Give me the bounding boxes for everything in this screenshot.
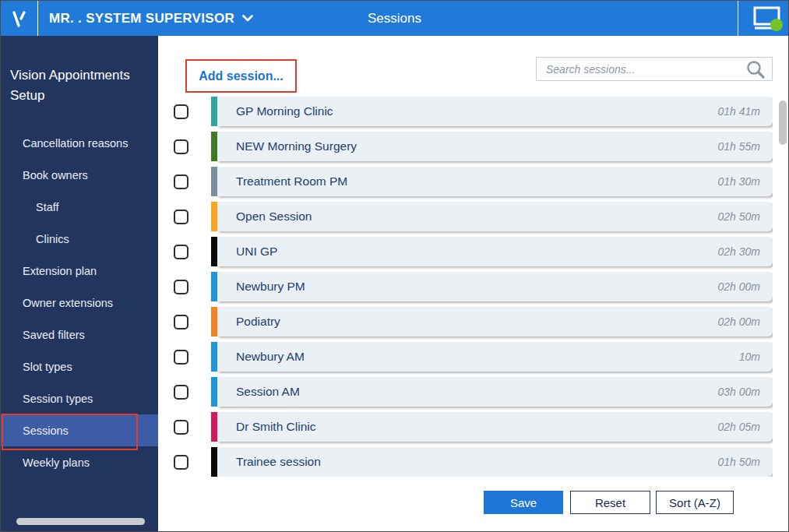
- header-divider: [37, 1, 38, 36]
- sidebar-item-staff[interactable]: Staff: [1, 191, 158, 223]
- session-row-body[interactable]: Treatment Room PM 01h 30m: [217, 167, 773, 196]
- sidebar-item-sessions[interactable]: Sessions: [1, 414, 158, 446]
- sidebar-horizontal-scrollbar[interactable]: [16, 518, 145, 525]
- session-duration: 02h 50m: [718, 210, 760, 223]
- session-row-body[interactable]: Newbury PM 02h 00m: [217, 272, 773, 301]
- session-row-body[interactable]: Trainee session 01h 50m: [217, 447, 773, 477]
- search-icon[interactable]: [745, 59, 766, 79]
- session-row: Open Session 02h 50m: [174, 202, 773, 231]
- user-menu-dropdown[interactable]: MR. . SYSTEM SUPERVISOR: [49, 11, 253, 26]
- page-title: Sessions: [368, 11, 421, 26]
- sidebar-item-label: Clinics: [36, 233, 69, 245]
- sidebar-item-session-types[interactable]: Session types: [1, 382, 158, 414]
- session-row-body[interactable]: UNI GP 02h 30m: [217, 237, 773, 266]
- session-duration: 02h 00m: [718, 280, 760, 293]
- session-duration: 01h 55m: [718, 140, 760, 153]
- sidebar-item-extension-plan[interactable]: Extension plan: [1, 255, 158, 287]
- sidebar-item-label: Session types: [23, 393, 93, 405]
- session-row: Newbury PM 02h 00m: [174, 272, 773, 301]
- sidebar-item-cancellation-reasons[interactable]: Cancellation reasons: [1, 127, 158, 159]
- header-divider: [738, 1, 738, 36]
- session-color-bar: [211, 202, 217, 231]
- session-name: Newbury PM: [236, 280, 305, 294]
- session-checkbox[interactable]: [174, 280, 188, 294]
- sidebar-item-label: Book owners: [23, 169, 88, 181]
- session-duration: 10m: [739, 351, 760, 363]
- save-button[interactable]: Save: [484, 491, 563, 514]
- session-color-bar: [211, 97, 217, 126]
- session-row-body[interactable]: Newbury AM 10m: [217, 342, 773, 372]
- session-checkbox[interactable]: [174, 315, 188, 329]
- session-row: NEW Morning Surgery 01h 55m: [174, 132, 773, 161]
- session-row: Trainee session 01h 50m: [174, 447, 773, 477]
- session-row: GP Morning Clinic 01h 41m: [174, 97, 773, 126]
- session-checkbox[interactable]: [174, 210, 188, 224]
- session-name: Treatment Room PM: [236, 174, 347, 188]
- session-duration: 01h 30m: [718, 175, 760, 188]
- sidebar-item-label: Weekly plans: [23, 456, 90, 469]
- sidebar-item-label: Sessions: [23, 425, 69, 437]
- session-checkbox[interactable]: [174, 385, 188, 400]
- session-color-bar: [211, 307, 217, 336]
- session-name: NEW Morning Surgery: [236, 139, 357, 153]
- sidebar-item-book-owners[interactable]: Book owners: [1, 159, 158, 191]
- session-color-bar: [211, 447, 217, 477]
- session-row: Dr Smith Clinic 02h 05m: [174, 412, 773, 442]
- sidebar-item-owner-extensions[interactable]: Owner extensions: [1, 287, 158, 319]
- sidebar-item-slot-types[interactable]: Slot types: [1, 351, 158, 382]
- session-name: Newbury AM: [236, 350, 305, 364]
- sidebar-item-label: Cancellation reasons: [23, 137, 128, 150]
- sidebar-item-label: Slot types: [23, 361, 72, 373]
- session-checkbox[interactable]: [174, 139, 188, 154]
- vision-v-icon: [8, 7, 31, 30]
- session-color-bar: [211, 237, 217, 266]
- search-input[interactable]: [537, 58, 745, 80]
- session-name: UNI GP: [236, 245, 277, 259]
- sidebar-item-saved-filters[interactable]: Saved filters: [1, 319, 158, 351]
- app-window: MR. . SYSTEM SUPERVISOR Sessions Vision …: [0, 0, 789, 532]
- session-row: Podiatry 02h 00m: [174, 307, 773, 336]
- sidebar-item-label: Owner extensions: [23, 297, 113, 309]
- chevron-down-icon: [242, 15, 253, 22]
- session-row: UNI GP 02h 30m: [174, 237, 773, 266]
- session-row-body[interactable]: Podiatry 02h 00m: [217, 307, 773, 336]
- session-row-body[interactable]: NEW Morning Surgery 01h 55m: [217, 132, 773, 161]
- session-checkbox[interactable]: [174, 420, 188, 435]
- sidebar-item-weekly-plans[interactable]: Weekly plans: [1, 446, 158, 478]
- session-checkbox[interactable]: [174, 174, 188, 189]
- session-row-body[interactable]: Open Session 02h 50m: [217, 202, 773, 231]
- monitor-online-icon: [752, 5, 784, 32]
- user-menu-label: MR. . SYSTEM SUPERVISOR: [49, 11, 234, 26]
- sidebar-menu: Cancellation reasons Book owners Staff C…: [1, 127, 158, 478]
- session-duration: 03h 00m: [718, 386, 760, 398]
- session-checkbox[interactable]: [174, 455, 188, 470]
- sidebar-item-label: Saved filters: [23, 329, 85, 341]
- session-checkbox[interactable]: [174, 350, 188, 365]
- sidebar-item-label: Staff: [36, 201, 59, 213]
- session-color-bar: [211, 342, 217, 372]
- session-row-body[interactable]: Dr Smith Clinic 02h 05m: [217, 412, 773, 442]
- session-name: GP Morning Clinic: [236, 104, 333, 118]
- main-content: Add session... GP Morning Clinic 01h 41m…: [158, 36, 788, 531]
- app-logo[interactable]: [1, 1, 37, 36]
- session-checkbox[interactable]: [174, 104, 188, 119]
- connection-status-button[interactable]: [748, 5, 788, 32]
- session-row-body[interactable]: Session AM 03h 00m: [217, 377, 773, 407]
- add-session-button[interactable]: Add session...: [199, 69, 283, 83]
- sidebar-item-label: Extension plan: [23, 265, 97, 277]
- session-name: Session AM: [236, 385, 300, 399]
- session-checkbox[interactable]: [174, 245, 188, 259]
- session-color-bar: [211, 272, 217, 301]
- session-list-scrollbar[interactable]: [779, 100, 787, 145]
- session-row-body[interactable]: GP Morning Clinic 01h 41m: [217, 97, 773, 126]
- sidebar-item-clinics[interactable]: Clinics: [1, 223, 158, 255]
- sidebar-title: Vision Appointments Setup: [1, 36, 158, 106]
- search-box: [536, 57, 773, 81]
- annotation-box-add-session: Add session...: [185, 59, 297, 93]
- session-list: GP Morning Clinic 01h 41m NEW Morning Su…: [174, 97, 773, 477]
- session-duration: 01h 50m: [718, 456, 760, 468]
- sort-az-button[interactable]: Sort (A-Z): [656, 491, 734, 514]
- session-name: Open Session: [236, 210, 312, 224]
- session-color-bar: [211, 377, 217, 407]
- reset-button[interactable]: Reset: [570, 491, 650, 514]
